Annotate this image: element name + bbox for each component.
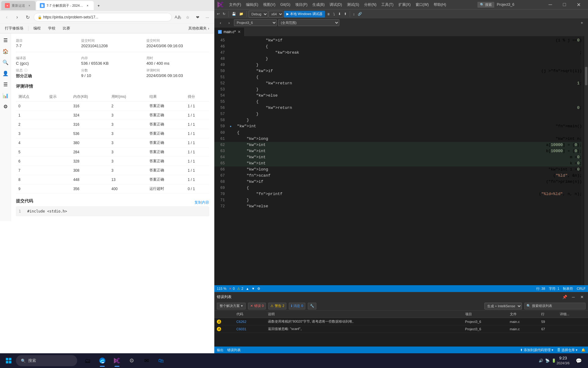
sidebar-menu-icon[interactable]: ☰	[1, 36, 10, 44]
menu-tools[interactable]: 工具(T)	[379, 0, 396, 9]
address-bar[interactable]: 🔒 https://pintia.cn/problem-sets/17...	[34, 13, 172, 21]
panel-tab-errors[interactable]: 错误列表	[227, 348, 241, 352]
menu-window[interactable]: 窗口(W)	[413, 0, 431, 9]
sidebar-search-icon[interactable]: 🔍	[1, 58, 10, 67]
expand-btn[interactable]: +	[578, 19, 586, 26]
error-filter-errors[interactable]: ✕ 错误 0	[248, 303, 266, 309]
editor-scrollbar[interactable]	[584, 36, 588, 285]
toolbar-save[interactable]: 💾	[231, 10, 237, 18]
menu-view[interactable]: 视图(V)	[261, 0, 278, 9]
debug-config-select[interactable]: Debug	[249, 11, 268, 17]
toolbar-step-in[interactable]: ⬇	[337, 10, 342, 18]
status-zoom[interactable]: 115 %	[217, 287, 226, 290]
more-button[interactable]: ···	[203, 13, 212, 21]
back-button[interactable]: ‹	[2, 13, 11, 21]
status-errors[interactable]: ✕ 0	[229, 287, 235, 291]
tab1-close-icon[interactable]: ×	[27, 3, 32, 8]
toolbar-step-out[interactable]: ⬆	[343, 10, 348, 18]
taskbar-app-vs[interactable]	[110, 354, 124, 367]
menu-test[interactable]: 测试(S)	[345, 0, 362, 9]
editor-tab-main[interactable]: C main.c* ✕	[214, 28, 245, 36]
code-content[interactable]: 45 "kw">if (i % j == 0) 46 { 47 "kw">bre…	[214, 36, 582, 285]
menu-debug[interactable]: 调试(D)	[327, 0, 345, 9]
panel-pin-btn[interactable]: 📌	[561, 293, 568, 301]
select-repo[interactable]: 🗄 选择仓库 ▾	[557, 348, 578, 352]
status-nav-up[interactable]: ▲	[246, 287, 249, 290]
status-line-ending[interactable]: 制表符	[563, 286, 573, 291]
taskbar-search[interactable]: 🔍 搜索	[16, 355, 77, 366]
path-forward-btn[interactable]: ›	[225, 19, 233, 26]
bookmark-school[interactable]: 学校	[46, 25, 58, 32]
translate-button[interactable]: Aあ	[174, 13, 182, 21]
browser-tab-1[interactable]: ● 重新运送 ×	[1, 1, 36, 10]
error-search-box[interactable]: 🔍 搜索错误列表	[524, 303, 586, 309]
error-scope-button[interactable]: 整个解决方案 ▾	[217, 303, 246, 309]
panel-minimize-btn[interactable]: ─	[570, 293, 577, 301]
toolbar-pause[interactable]: ⏸	[326, 10, 331, 18]
notification-icon[interactable]: 🔔	[581, 348, 586, 352]
menu-build[interactable]: 生成(B)	[310, 0, 327, 9]
menu-analyze[interactable]: 分析(N)	[362, 0, 379, 9]
minimize-button[interactable]: ─	[543, 0, 557, 9]
toolbar-open[interactable]: 📁	[238, 10, 245, 18]
error-filter-icon[interactable]: 🔧	[308, 303, 316, 309]
tab2-close-icon[interactable]: ×	[85, 3, 90, 8]
platform-select[interactable]: x64	[269, 11, 283, 17]
bookmark-coding[interactable]: 编程	[31, 25, 43, 32]
project-scope-select[interactable]: Project3_6	[234, 19, 277, 26]
panel-tab-output[interactable]: 输出	[217, 348, 224, 352]
panel-close-btn[interactable]: ✕	[578, 293, 586, 301]
close-button[interactable]: ✕	[571, 0, 586, 9]
bookmark-button[interactable]: ☆	[183, 13, 192, 21]
toolbar-step-over[interactable]: ⤵	[332, 10, 336, 18]
toolbar-redo[interactable]: ↻	[221, 10, 227, 18]
toolbar-undo[interactable]: ↩	[216, 10, 221, 18]
sidebar-list-icon[interactable]: ☰	[1, 80, 10, 89]
maximize-button[interactable]: □	[557, 0, 571, 9]
other-bookmarks[interactable]: 其他收藏夹 ›	[186, 26, 212, 31]
taskbar-time[interactable]: 9:23 2024/3/6	[556, 355, 570, 366]
notification-area[interactable]: 💬	[572, 354, 586, 367]
forward-button[interactable]: ›	[13, 13, 21, 21]
build-scope-select[interactable]: 生成 + IntelliSense	[484, 303, 522, 309]
taskbar-app-store[interactable]: 🛍	[154, 354, 168, 367]
error-code[interactable]: C6031	[236, 327, 246, 331]
menu-git[interactable]: Git(G)	[278, 0, 293, 9]
sidebar-home-icon[interactable]: 🏠	[1, 47, 10, 56]
collections-button[interactable]: ❤	[193, 13, 202, 21]
bookmark-contest[interactable]: 比赛	[60, 25, 73, 32]
status-warnings[interactable]: ⚠ 2	[237, 287, 243, 291]
menu-extensions[interactable]: 扩展(X)	[396, 0, 413, 9]
function-scope-select[interactable]: (全局范围)	[278, 19, 339, 26]
path-back-btn[interactable]: ‹	[217, 19, 224, 26]
taskbar-app-edge[interactable]	[96, 354, 109, 367]
status-encoding[interactable]: CRLF	[577, 287, 586, 290]
start-button[interactable]	[2, 355, 15, 367]
sidebar-profile-icon[interactable]: 👤	[1, 69, 10, 78]
error-filter-warnings[interactable]: ⚠ 警告 2	[268, 303, 286, 309]
status-filter[interactable]: ⚙	[257, 287, 260, 291]
menu-help[interactable]: 帮助(H)	[431, 0, 449, 9]
toolbar-source-control[interactable]: ↕	[352, 10, 356, 18]
menu-project[interactable]: 项目(P)	[293, 0, 310, 9]
error-filter-messages[interactable]: ℹ 消息 0	[289, 303, 305, 309]
taskbar-system-icons[interactable]: 🔊 📡 🔋	[541, 354, 554, 367]
taskbar-app-mail[interactable]: ✉	[140, 354, 153, 367]
new-tab-button[interactable]: +	[94, 1, 103, 10]
bookmark-typing[interactable]: 打字修炼场	[2, 25, 26, 32]
add-source-control[interactable]: ⬆ 添加到源代码管理 ▾	[520, 348, 553, 352]
taskbar-app-settings[interactable]: ⚙	[125, 354, 138, 367]
sidebar-rank-icon[interactable]: 📊	[1, 91, 10, 100]
refresh-button[interactable]: ↻	[23, 13, 32, 21]
file-tab-close-icon[interactable]: ✕	[238, 30, 241, 34]
status-nav-down[interactable]: ▼	[251, 287, 255, 290]
status-line[interactable]: 行: 38	[536, 286, 545, 291]
menu-edit[interactable]: 编辑(E)	[243, 0, 261, 9]
browser-tab-2[interactable]: 📄 7-7 分解质因子 - 2024.02.28: 提... ×	[36, 1, 94, 10]
taskbar-app-explorer[interactable]: 🗂	[81, 354, 94, 367]
copy-button[interactable]: 复制内容	[194, 200, 209, 205]
toolbar-repo[interactable]: 🔗	[356, 10, 363, 18]
menu-file[interactable]: 文件(F)	[227, 0, 243, 9]
run-button[interactable]: ▶ 本地 Windows 调试器	[284, 11, 325, 17]
status-char[interactable]: 字符: 1	[549, 286, 559, 291]
